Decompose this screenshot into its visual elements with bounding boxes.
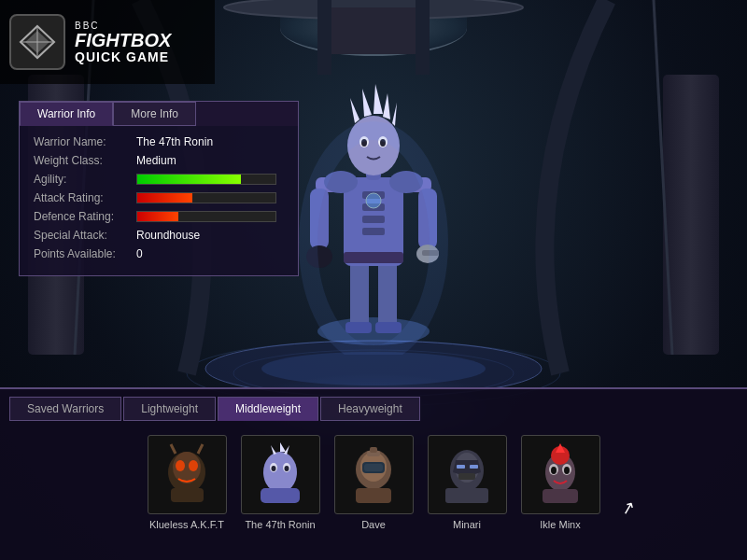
special-label: Special Attack: [34,229,136,242]
svg-marker-32 [350,98,359,123]
tab-middleweight[interactable]: Middleweight [218,397,318,421]
name-row: Warrior Name: The 47th Ronin [34,135,284,148]
name-value: The 47th Ronin [136,135,213,148]
warrior-portrait-minari [428,435,507,514]
svg-rect-19 [362,228,385,235]
weight-value: Medium [136,154,176,167]
bottom-tabs-row: Saved Warriors Lightweight Middleweight … [0,389,747,421]
quickgame-label: QUICK GAME [75,49,171,64]
points-value: 0 [136,247,143,260]
bbc-label: BBC [75,21,171,31]
weight-row: Weight Class: Medium [34,154,284,167]
warrior-portrait-dave [334,435,414,514]
svg-rect-80 [445,488,488,503]
weight-label: Weight Class: [34,154,136,167]
warrior-name-ikle: Ikle Minx [540,519,580,530]
info-tabs-row: Warrior Info More Info [20,102,298,126]
tab-lightweight[interactable]: Lightweight [123,397,216,421]
warrior-card-ikle[interactable]: Ikle Minx [521,435,600,530]
svg-rect-72 [356,488,391,503]
attack-bar [137,193,192,203]
warrior-name-minari: Minari [453,519,481,530]
ceiling-dome [280,0,467,56]
svg-rect-64 [261,488,300,503]
header: BBC FIGHTBOX QUICK GAME [0,0,215,84]
svg-point-56 [263,452,297,493]
warrior-name-klueless: Klueless A.K.F.T [149,519,224,530]
defence-label: Defence Rating: [34,210,136,223]
svg-point-88 [564,467,570,474]
points-label: Points Available: [34,247,136,260]
warrior-card-dave[interactable]: Dave [334,435,414,530]
warrior-figure [271,56,476,355]
name-label: Warrior Name: [34,135,136,148]
svg-rect-77 [457,465,465,469]
warrior-name-ronin: The 47th Ronin [245,519,315,530]
agility-bar [137,175,241,184]
svg-rect-18 [362,216,385,223]
info-panel: Warrior Info More Info Warrior Name: The… [19,101,299,276]
fightbox-label: FIGHTBOX [75,31,171,49]
tab-saved-warriors[interactable]: Saved Warriors [9,397,121,421]
svg-rect-54 [171,488,204,502]
warrior-portrait-ikle [521,435,600,514]
logo-box [9,14,65,70]
svg-point-62 [271,466,275,471]
agility-bar-container [136,174,276,185]
special-value: Roundhouse [136,229,200,242]
svg-marker-35 [383,93,390,119]
defence-bar-container [136,211,276,222]
warrior-portrait-klueless [148,435,227,514]
pillar-right [663,75,719,355]
warrior-card-minari[interactable]: Minari [428,435,507,530]
svg-rect-11 [350,261,369,327]
svg-rect-14 [375,322,402,333]
svg-rect-69 [364,464,383,471]
warrior-portrait-ronin [241,435,320,514]
attack-row: Attack Rating: [34,191,284,204]
svg-rect-20 [344,252,403,263]
svg-point-87 [551,467,557,474]
header-text: BBC FIGHTBOX QUICK GAME [75,21,171,64]
points-row: Points Available: 0 [34,247,284,260]
svg-marker-36 [392,103,397,126]
tab-more-info[interactable]: More Info [113,102,196,126]
defence-bar [137,212,178,221]
warriors-grid: Klueless A.K.F.T [0,426,747,539]
bottom-panel: Saved Warriors Lightweight Middleweight … [0,387,747,560]
special-row: Special Attack: Roundhouse [34,229,284,242]
tab-heavyweight[interactable]: Heavyweight [320,397,420,421]
svg-point-63 [284,466,289,471]
agility-label: Agility: [34,173,136,186]
svg-point-51 [189,460,198,471]
svg-point-41 [366,193,381,208]
svg-rect-12 [378,261,397,327]
attack-label: Attack Rating: [34,191,136,204]
svg-rect-79 [458,473,475,480]
info-content: Warrior Name: The 47th Ronin Weight Clas… [20,126,298,275]
attack-bar-container [136,192,276,203]
warrior-name-dave: Dave [361,519,386,530]
svg-marker-34 [374,84,383,114]
svg-rect-78 [470,465,478,469]
svg-point-50 [176,460,185,471]
warrior-card-ronin[interactable]: The 47th Ronin [241,435,320,530]
defence-row: Defence Rating: [34,210,284,223]
warrior-card-klueless[interactable]: Klueless A.K.F.T [148,435,227,530]
agility-row: Agility: [34,173,284,186]
svg-rect-13 [345,322,372,333]
svg-rect-89 [543,489,578,503]
svg-rect-71 [370,447,377,453]
svg-marker-33 [362,89,372,117]
tab-warrior-info[interactable]: Warrior Info [20,102,113,126]
